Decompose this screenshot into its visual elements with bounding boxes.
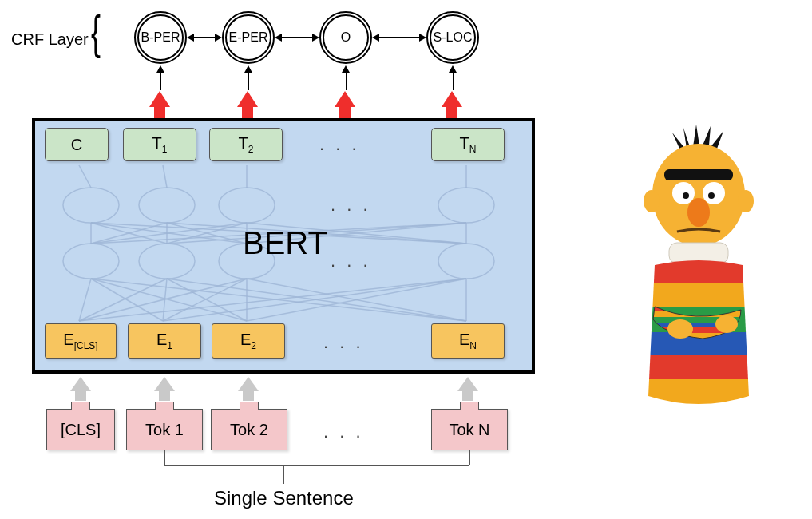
connector-line [164, 450, 165, 465]
svg-point-48 [683, 192, 689, 199]
svg-point-51 [644, 190, 660, 212]
crf-node-label: E-PER [225, 14, 271, 61]
token-label: Tok 2 [230, 421, 268, 439]
crf-node: E-PER [222, 11, 275, 64]
svg-point-50 [687, 198, 710, 227]
crf-node: B-PER [134, 11, 187, 64]
brace-icon: { [91, 5, 101, 60]
svg-line-41 [163, 165, 167, 188]
connector-line [283, 465, 284, 484]
token-cell: Tok 2 [211, 409, 287, 450]
embedding-cell: E1 [128, 323, 201, 359]
connector-line [164, 465, 469, 466]
svg-point-44 [652, 144, 745, 246]
ellipsis: . . . [323, 422, 364, 442]
svg-line-9 [79, 279, 167, 321]
embedding-label: E1 [156, 331, 172, 351]
svg-point-7 [438, 244, 494, 279]
output-cell: TN [431, 128, 505, 161]
ellipsis: . . . [323, 332, 364, 353]
embedding-cell: E2 [212, 323, 285, 359]
output-cell: C [45, 128, 109, 161]
svg-point-52 [738, 190, 754, 212]
output-cell: T1 [123, 128, 196, 161]
bottom-label: Single Sentence [214, 487, 354, 509]
svg-point-5 [139, 244, 195, 279]
bert-title: BERT [243, 225, 327, 261]
embedding-cell: EN [431, 323, 505, 359]
svg-point-4 [63, 244, 119, 279]
output-label: C [71, 136, 82, 154]
ellipsis: . . . [331, 195, 371, 216]
svg-point-49 [708, 192, 715, 199]
svg-point-3 [438, 188, 494, 223]
token-label: Tok 1 [145, 421, 184, 439]
token-label: Tok N [449, 421, 489, 439]
svg-point-1 [139, 188, 195, 223]
embedding-cell: E[CLS] [45, 323, 117, 359]
token-label: [CLS] [61, 421, 101, 439]
svg-line-8 [79, 279, 91, 321]
token-cell: Tok N [431, 409, 508, 450]
svg-point-0 [63, 188, 119, 223]
crf-node: O [319, 11, 372, 64]
crf-node-label: O [323, 14, 369, 61]
embedding-label: EN [459, 331, 477, 351]
svg-point-55 [715, 315, 738, 333]
svg-point-46 [672, 182, 695, 204]
output-label: T1 [152, 134, 168, 155]
svg-rect-45 [664, 169, 733, 180]
crf-node-label: B-PER [137, 14, 184, 61]
bert-character-illustration [607, 125, 790, 420]
output-label: TN [460, 134, 477, 155]
output-label: T2 [239, 134, 254, 155]
embedding-label: E2 [240, 331, 256, 351]
embedding-label: E[CLS] [63, 331, 97, 351]
svg-point-2 [219, 188, 275, 223]
connector-line [469, 450, 470, 465]
token-cell: [CLS] [46, 409, 115, 450]
ellipsis: . . . [331, 251, 371, 271]
crf-layer-label: CRF Layer [11, 30, 89, 49]
token-cell: Tok 1 [126, 409, 203, 450]
svg-point-54 [667, 319, 693, 339]
svg-point-47 [703, 182, 725, 204]
output-cell: T2 [209, 128, 283, 161]
diagram-root: CRF Layer { B-PER E-PER O S-LOC [0, 0, 812, 519]
crf-node: S-LOC [426, 11, 479, 64]
svg-line-40 [79, 165, 91, 188]
ellipsis: . . . [319, 134, 360, 155]
crf-node-label: S-LOC [430, 14, 476, 61]
